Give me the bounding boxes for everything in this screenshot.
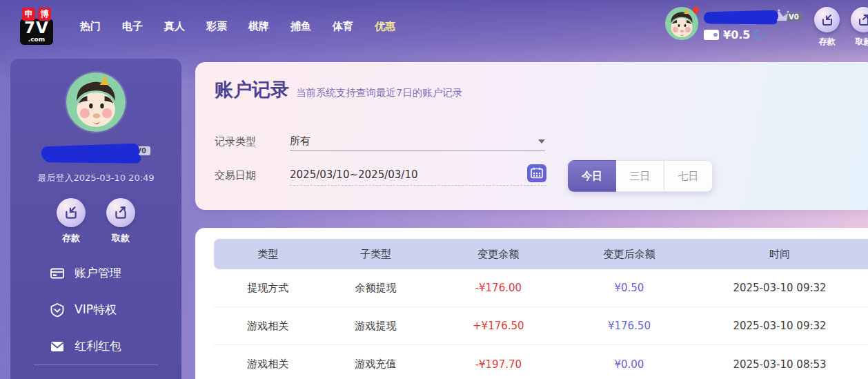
envelope-icon: [50, 339, 65, 354]
sidebar-item-label: 红利红包: [75, 338, 121, 354]
table-row: 游戏相关 游戏提现 +¥176.50 ¥176.50 2025-03-10 09…: [214, 307, 868, 345]
logo-tab-2: 博: [38, 8, 51, 21]
cell-time: 2025-03-10 08:53: [691, 358, 868, 371]
card-icon: [50, 266, 65, 281]
last-login-text: 最后登入2025-03-10 20:49: [37, 172, 154, 184]
column-header-type: 类型: [214, 248, 322, 261]
cell-subtype: 余额提现: [322, 282, 429, 295]
deposit-label: 存款: [819, 36, 836, 48]
main-menu: 热门 电子 真人 彩票 棋牌 捕鱼 体育 优惠: [80, 20, 395, 33]
cell-time: 2025-03-10 09:32: [691, 282, 868, 294]
cell-after-balance: ¥0.50: [567, 282, 691, 294]
sidebar-quick-actions: 存款 取款: [57, 198, 135, 244]
cell-time: 2025-03-10 09:32: [691, 320, 868, 332]
sidebar-item-label: 账户管理: [75, 265, 121, 281]
site-logo[interactable]: 申 博 7V .com: [14, 8, 59, 45]
cell-after-balance: ¥176.50: [567, 320, 691, 332]
nav-item-fishing[interactable]: 捕鱼: [290, 20, 311, 33]
username-row: V0: [704, 8, 802, 25]
nav-item-sports[interactable]: 体育: [333, 20, 353, 33]
withdraw-label: 取款: [856, 36, 868, 48]
cell-type: 游戏相关: [214, 320, 322, 333]
sidebar-item-vip-privileges[interactable]: VIP特权: [50, 302, 181, 318]
cell-type: 游戏相关: [214, 358, 322, 371]
sidebar-item-account-management[interactable]: 账户管理: [50, 265, 181, 281]
records-table-card: 类型 子类型 变更余额 变更后余额 时间 提现方式 余额提现 -¥176.00 …: [195, 228, 868, 379]
table-row: 提现方式 余额提现 -¥176.00 ¥0.50 2025-03-10 09:3…: [214, 269, 868, 307]
table-header-row: 类型 子类型 变更余额 变更后余额 时间: [214, 239, 868, 269]
deposit-label: 存款: [62, 232, 80, 244]
column-header-subtype: 子类型: [322, 248, 429, 261]
cell-subtype: 游戏充值: [322, 358, 429, 371]
date-range-value: 2025/03/10~2025/03/10: [290, 168, 417, 181]
nav-withdraw-button[interactable]: 取款: [851, 7, 868, 48]
logo-tabs: 申 博: [22, 8, 51, 21]
record-type-label: 记录类型: [215, 135, 256, 148]
table-row: 游戏相关 游戏充值 -¥197.70 ¥0.00 2025-03-10 08:5…: [214, 345, 868, 379]
user-cluster: V0 ¥0.5: [665, 7, 802, 41]
user-avatar[interactable]: [665, 7, 698, 40]
nav-item-live[interactable]: 真人: [164, 20, 185, 33]
range-button-7days[interactable]: 七日: [664, 160, 713, 192]
nav-item-lottery[interactable]: 彩票: [206, 20, 227, 33]
range-button-today[interactable]: 今日: [568, 160, 616, 192]
record-type-select[interactable]: 所有: [290, 132, 545, 151]
date-range-label: 交易日期: [215, 169, 256, 182]
logo-main-text: 7V: [24, 20, 49, 36]
cell-change-amount: +¥176.50: [430, 320, 567, 332]
sidebar-username-row: V0: [37, 144, 155, 167]
chevron-down-icon: [538, 139, 545, 144]
column-header-time: 时间: [691, 248, 868, 261]
logo-box: 7V .com: [20, 19, 53, 45]
filter-panel: 账户记录 当前系统支持查询最近7日的账户记录 记录类型 所有 交易日期 2025…: [195, 62, 868, 210]
wallet-row: ¥0.5: [704, 28, 802, 41]
user-info: V0 ¥0.5: [704, 7, 802, 41]
nav-item-hot[interactable]: 热门: [80, 20, 101, 33]
vip-shield-icon: [50, 302, 65, 318]
withdraw-label: 取款: [112, 232, 130, 244]
column-header-after: 变更后余额: [567, 248, 691, 261]
nav-item-slots[interactable]: 电子: [122, 20, 143, 33]
redacted-username: [41, 144, 140, 161]
notification-dot: [693, 7, 699, 13]
title-row: 账户记录 当前系统支持查询最近7日的账户记录: [215, 77, 462, 102]
calendar-icon[interactable]: [527, 164, 546, 182]
page-subtitle: 当前系统支持查询最近7日的账户记录: [296, 86, 462, 102]
nav-deposit-button[interactable]: 存款: [814, 7, 840, 48]
account-records-page: 申 博 7V .com 热门 电子 真人 彩票 棋牌 捕鱼 体育 优惠: [0, 0, 868, 379]
cell-type: 提现方式: [214, 282, 322, 295]
logo-domain-text: .com: [24, 37, 49, 43]
balance-amount: ¥0.5: [723, 28, 750, 41]
nav-item-chess[interactable]: 棋牌: [248, 20, 269, 33]
table-body: 提现方式 余额提现 -¥176.00 ¥0.50 2025-03-10 09:3…: [214, 269, 868, 379]
withdraw-icon: [106, 198, 135, 227]
nav-quick-actions: 存款 取款: [814, 7, 868, 48]
nav-item-promotions[interactable]: 优惠: [375, 20, 395, 33]
record-type-value: 所有: [290, 135, 310, 148]
date-range-presets: 今日 三日 七日: [568, 160, 713, 192]
cell-change-amount: -¥176.00: [430, 282, 567, 294]
refresh-balance-icon[interactable]: [752, 28, 767, 42]
cell-subtype: 游戏提现: [322, 320, 429, 333]
sidebar-item-label: VIP特权: [75, 302, 117, 318]
deposit-icon: [57, 198, 86, 227]
cell-change-amount: -¥197.70: [430, 358, 567, 371]
user-sidebar: V0 最后登入2025-03-10 20:49 存款 取款: [10, 59, 181, 379]
deposit-icon: [814, 7, 840, 32]
sidebar-deposit-button[interactable]: 存款: [57, 198, 86, 244]
sidebar-item-bonus-redpacket[interactable]: 红利红包: [50, 338, 181, 354]
date-range-input[interactable]: 2025/03/10~2025/03/10: [290, 164, 546, 186]
withdraw-icon: [851, 7, 868, 32]
logo-tab-1: 申: [22, 8, 35, 21]
sidebar-divider: [34, 365, 158, 365]
page-title: 账户记录: [215, 77, 289, 102]
sidebar-withdraw-button[interactable]: 取款: [106, 198, 135, 244]
sidebar-avatar[interactable]: [66, 72, 126, 132]
redacted-username: [704, 10, 778, 23]
column-header-change: 变更余额: [430, 248, 567, 261]
wallet-icon: [704, 30, 719, 40]
top-navigation: 申 博 7V .com 热门 电子 真人 彩票 棋牌 捕鱼 体育 优惠: [0, 0, 868, 52]
cell-after-balance: ¥0.00: [567, 358, 691, 371]
range-button-3days[interactable]: 三日: [616, 160, 664, 192]
sidebar-menu: 账户管理 VIP特权 红利红包: [10, 265, 181, 375]
